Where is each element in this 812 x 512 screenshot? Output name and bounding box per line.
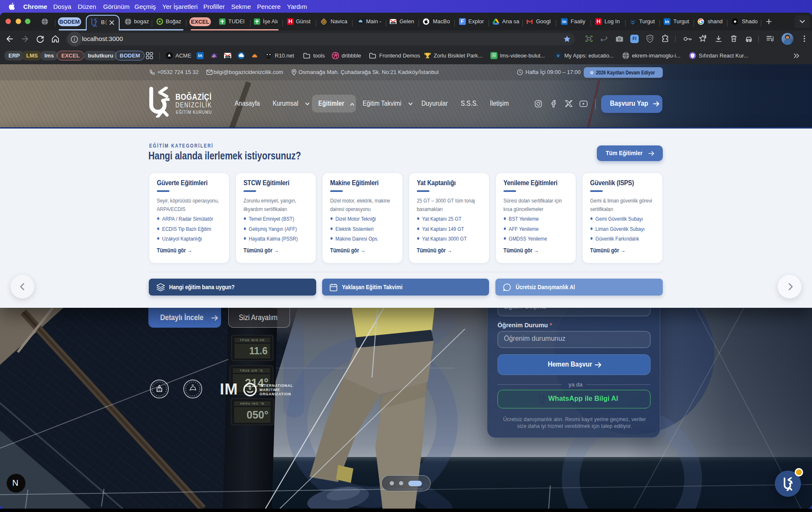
svg-text:100+: 100+ <box>225 56 230 58</box>
svg-text:100+: 100+ <box>391 22 395 25</box>
